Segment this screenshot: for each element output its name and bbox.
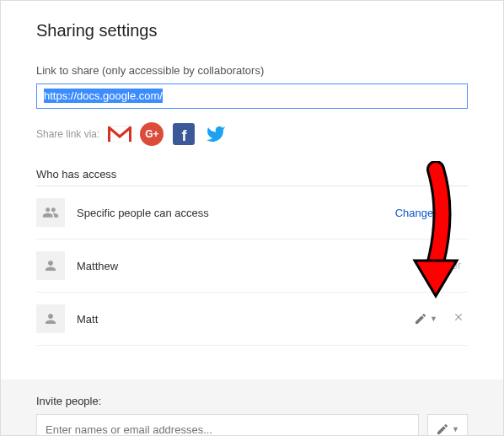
owner-label: Is owner <box>423 260 461 272</box>
google-plus-icon[interactable]: G+ <box>140 122 164 146</box>
person-icon <box>36 304 65 333</box>
twitter-icon[interactable] <box>204 122 228 146</box>
pencil-icon <box>414 312 427 326</box>
access-summary-text: Specific people can access <box>77 207 395 219</box>
person-name: Matthew <box>77 260 423 272</box>
person-row-editor: Matt ▼ <box>36 293 468 346</box>
dialog-title: Sharing settings <box>36 21 468 40</box>
access-summary-row: Specific people can access Change... <box>36 186 468 240</box>
share-link-input[interactable]: https://docs.google.com/ <box>36 83 468 109</box>
share-via-label: Share link via: <box>36 128 99 140</box>
caret-down-icon: ▼ <box>430 315 437 323</box>
link-section: Link to share (only accessible by collab… <box>36 64 468 109</box>
gmail-icon[interactable] <box>108 122 131 146</box>
person-icon <box>36 251 65 280</box>
invite-permission-dropdown[interactable]: ▼ <box>427 414 468 436</box>
pencil-icon <box>436 423 449 436</box>
invite-row: ▼ <box>36 414 468 436</box>
person-actions: ▼ <box>414 311 468 326</box>
facebook-icon[interactable]: f <box>172 122 196 146</box>
svg-rect-1 <box>108 126 110 142</box>
remove-person-button[interactable] <box>449 311 468 326</box>
caret-down-icon: ▼ <box>452 425 459 433</box>
link-label: Link to share (only accessible by collab… <box>36 64 468 77</box>
person-name: Matt <box>77 313 414 326</box>
invite-label: Invite people: <box>36 395 468 407</box>
invite-panel: Invite people: ▼ <box>1 379 503 436</box>
people-icon <box>36 198 65 227</box>
close-icon <box>453 311 464 323</box>
share-link-text: https://docs.google.com/ <box>44 89 163 103</box>
invite-input[interactable] <box>36 414 419 436</box>
change-access-link[interactable]: Change... <box>395 207 442 219</box>
sharing-dialog: Sharing settings Link to share (only acc… <box>1 1 503 436</box>
access-header: Who has access <box>36 168 468 186</box>
permission-dropdown[interactable]: ▼ <box>414 312 437 326</box>
person-row-owner: Matthew Is owner <box>36 240 468 293</box>
svg-rect-2 <box>129 126 131 142</box>
share-via-row: Share link via: G+ f <box>36 122 468 146</box>
